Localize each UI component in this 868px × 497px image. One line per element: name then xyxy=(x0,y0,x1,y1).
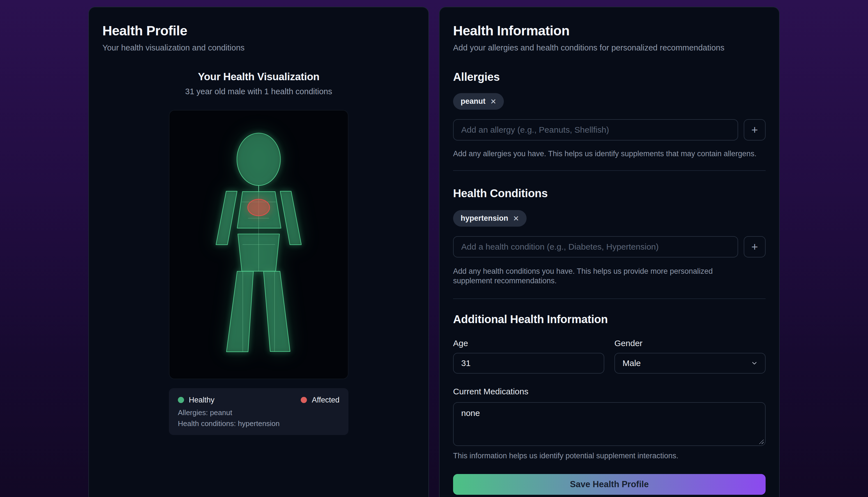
tag-label: hypertension xyxy=(461,214,508,223)
age-gender-row: Age Gender Male xyxy=(453,339,766,373)
figure-right-arm xyxy=(280,191,301,245)
cards-container: Health Profile Your health visualization… xyxy=(0,0,868,497)
condition-tag-hypertension: hypertension ✕ xyxy=(453,210,527,227)
add-condition-button[interactable]: + xyxy=(744,236,766,257)
save-health-profile-button[interactable]: Save Health Profile xyxy=(453,474,766,495)
chevron-down-icon xyxy=(751,359,758,367)
divider xyxy=(453,298,766,299)
medications-label: Current Medications xyxy=(453,387,766,396)
legend-box: Healthy Affected Allergies: peanut Healt… xyxy=(169,388,348,435)
page-subtitle: Your health visualization and conditions xyxy=(102,42,415,53)
conditions-helper-text: Add any health conditions you have. This… xyxy=(453,267,751,285)
age-label: Age xyxy=(453,339,604,348)
condition-tags: hypertension ✕ xyxy=(453,210,766,227)
gender-select-value: Male xyxy=(623,358,641,368)
figure-right-leg xyxy=(264,271,290,352)
allergy-tags: peanut ✕ xyxy=(453,93,766,110)
remove-tag-icon[interactable]: ✕ xyxy=(513,215,519,222)
visualization-summary: 31 year old male with 1 health condition… xyxy=(102,86,415,97)
affected-label: Affected xyxy=(312,396,340,404)
page-title: Health Profile xyxy=(102,22,415,40)
body-figure-svg xyxy=(169,110,348,379)
conditions-heading: Health Conditions xyxy=(453,185,766,201)
allergies-helper-text: Add any allergies you have. This helps u… xyxy=(453,149,766,158)
healthy-dot-icon xyxy=(178,397,184,403)
remove-tag-icon[interactable]: ✕ xyxy=(490,98,497,105)
body-visualization xyxy=(169,110,348,379)
gender-field-group: Gender Male xyxy=(614,339,766,373)
allergy-input-row: + xyxy=(453,119,766,141)
gender-label: Gender xyxy=(614,339,766,348)
allergy-input[interactable] xyxy=(453,119,738,141)
figure-left-arm xyxy=(216,191,237,245)
legend-conditions-line: Health conditions: hypertension xyxy=(178,420,340,427)
healthy-label: Healthy xyxy=(189,396,215,404)
tag-label: peanut xyxy=(461,97,486,106)
medications-helper-text: This information helps us identify poten… xyxy=(453,451,766,460)
divider xyxy=(453,170,766,171)
page-title: Health Information xyxy=(453,22,766,40)
page-subtitle: Add your allergies and health conditions… xyxy=(453,42,766,53)
gender-select[interactable]: Male xyxy=(614,353,766,373)
legend-item-healthy: Healthy xyxy=(178,396,215,404)
health-information-panel: Health Information Add your allergies an… xyxy=(439,7,780,497)
figure-head xyxy=(237,133,280,186)
additional-info-heading: Additional Health Information xyxy=(453,311,766,327)
health-profile-panel: Health Profile Your health visualization… xyxy=(88,7,429,497)
add-allergy-button[interactable]: + xyxy=(744,119,766,141)
age-field[interactable] xyxy=(453,353,604,373)
medications-textarea[interactable]: none xyxy=(453,402,766,446)
affected-dot-icon xyxy=(301,397,307,403)
legend-row: Healthy Affected xyxy=(178,396,340,404)
app-background: Health Profile Your health visualization… xyxy=(0,0,868,497)
legend-item-affected: Affected xyxy=(301,396,340,404)
affected-heart-region xyxy=(248,199,270,216)
plus-icon: + xyxy=(751,241,758,253)
figure-left-leg xyxy=(226,271,253,352)
allergies-heading: Allergies xyxy=(453,69,766,85)
allergy-tag-peanut: peanut ✕ xyxy=(453,93,504,110)
medications-textarea-wrap: none xyxy=(453,402,766,446)
condition-input-row: + xyxy=(453,236,766,257)
save-button-label: Save Health Profile xyxy=(570,479,649,489)
legend-allergies-line: Allergies: peanut xyxy=(178,409,340,416)
visualization-heading: Your Health Visualization xyxy=(102,69,415,85)
plus-icon: + xyxy=(751,124,758,136)
age-field-group: Age xyxy=(453,339,604,373)
condition-input[interactable] xyxy=(453,236,738,257)
